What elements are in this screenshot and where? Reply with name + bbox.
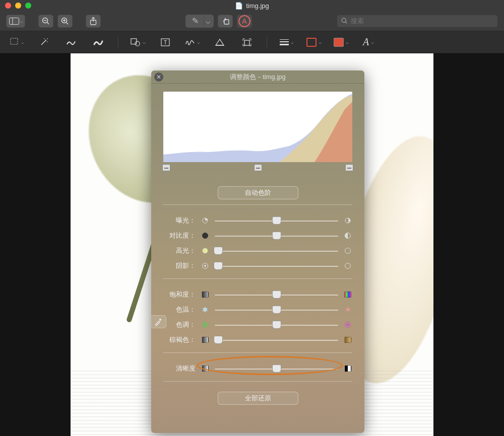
adjust-color-tool[interactable] <box>212 35 227 50</box>
svg-rect-14 <box>11 38 18 44</box>
sketch-icon <box>66 38 76 46</box>
text-tool[interactable]: T <box>158 35 173 50</box>
temperature-slider[interactable] <box>215 306 338 314</box>
exposure-high-icon <box>343 216 352 225</box>
line-style-tool[interactable]: ⌵ <box>279 35 294 50</box>
shapes-tool[interactable]: ⌵ <box>131 35 146 50</box>
slider-thumb[interactable] <box>214 262 223 270</box>
sepia-high-icon <box>343 335 352 344</box>
share-button[interactable] <box>86 15 101 28</box>
saturation-row: 饱和度： <box>163 287 352 302</box>
zoom-out-button[interactable] <box>38 15 53 28</box>
temperature-cold-icon: ✱ <box>201 305 210 314</box>
temperature-warm-icon: ☀ <box>343 305 352 314</box>
shadows-label: 阴影： <box>163 261 196 270</box>
adjust-color-icon <box>215 38 225 46</box>
contrast-low-icon <box>201 231 210 240</box>
border-color-swatch <box>306 38 317 47</box>
reset-all-button[interactable]: 全部还原 <box>218 392 298 405</box>
fill-color-tool[interactable]: ⌵ <box>334 35 349 50</box>
highlights-high-icon <box>343 246 352 255</box>
sharpness-low-icon <box>201 364 210 373</box>
saturation-low-icon <box>201 290 210 299</box>
temperature-label: 色温： <box>163 305 196 314</box>
adjust-size-tool[interactable] <box>239 35 255 50</box>
sharpness-row: 清晰度 <box>163 361 352 376</box>
search-field[interactable] <box>337 15 498 28</box>
sepia-row: 棕褐色： <box>163 332 352 347</box>
search-icon <box>341 18 348 24</box>
chevron-down-icon: ⌵ <box>20 19 23 24</box>
rotate-button[interactable] <box>218 15 233 28</box>
panel-titlebar[interactable]: ✕ 调整颜色－timg.jpg <box>151 70 364 84</box>
histogram <box>163 92 352 162</box>
sharpness-slider[interactable] <box>215 365 338 373</box>
window-title-text: timg.jpg <box>246 2 269 10</box>
sepia-label: 棕褐色： <box>163 335 196 344</box>
panel-close-button[interactable]: ✕ <box>154 72 163 82</box>
sharpness-high-icon <box>343 364 352 373</box>
slider-thumb[interactable] <box>214 336 223 344</box>
slider-thumb[interactable] <box>272 216 281 225</box>
tint-slider[interactable] <box>215 321 338 329</box>
border-color-tool[interactable]: ⌵ <box>306 35 322 50</box>
contrast-slider[interactable] <box>215 232 338 240</box>
zoom-in-icon <box>61 17 69 25</box>
shadows-slider[interactable] <box>215 262 338 270</box>
svg-rect-0 <box>9 18 19 24</box>
svg-line-17 <box>47 38 48 39</box>
instant-alpha-tool[interactable] <box>36 35 51 50</box>
fill-color-swatch <box>334 38 344 47</box>
chevron-down-icon[interactable]: ⌵ <box>204 16 212 27</box>
slider-thumb[interactable] <box>272 290 281 299</box>
sharpness-group: 清晰度 <box>151 358 364 376</box>
divider <box>163 381 352 382</box>
contrast-label: 对比度： <box>163 231 196 240</box>
sidebar-toggle-button[interactable]: ⌵ <box>6 15 25 28</box>
mid-point-handle[interactable] <box>254 164 262 171</box>
slider-thumb[interactable] <box>272 232 281 240</box>
adjust-color-panel: ✕ 调整颜色－timg.jpg 自动色阶 曝光： <box>151 70 364 433</box>
signature-icon <box>185 38 195 46</box>
saturation-slider[interactable] <box>215 290 338 299</box>
tint-green-icon <box>201 320 210 329</box>
white-point-handle[interactable] <box>345 164 353 171</box>
slider-thumb[interactable] <box>214 247 223 255</box>
eyedropper-button[interactable] <box>151 315 166 328</box>
shadows-high-icon <box>343 261 352 270</box>
sign-tool[interactable]: ⌵ <box>185 35 200 50</box>
chevron-down-icon: ⌵ <box>371 39 374 45</box>
chevron-down-icon: ⌵ <box>197 39 200 45</box>
auto-levels-button[interactable]: 自动色阶 <box>218 186 298 199</box>
text-style-tool[interactable]: A ⌵ <box>361 35 376 50</box>
svg-rect-20 <box>131 38 137 44</box>
search-input[interactable] <box>351 17 493 25</box>
highlights-slider[interactable] <box>215 247 338 255</box>
separator <box>118 36 118 48</box>
markup-annotate-button[interactable]: A <box>237 15 252 28</box>
slider-thumb[interactable] <box>272 365 281 373</box>
black-point-handle[interactable] <box>162 164 170 171</box>
draw-tool[interactable] <box>91 35 106 50</box>
saturation-high-icon <box>343 290 352 299</box>
svg-line-6 <box>67 22 69 24</box>
slider-thumb[interactable] <box>272 306 281 314</box>
highlights-row: 高光： <box>163 243 352 258</box>
main-toolbar: ⌵ ✎ ⌵ A <box>0 11 504 31</box>
sketch-tool[interactable] <box>64 35 79 50</box>
shadows-row: 阴影： <box>163 258 352 273</box>
eyedropper-icon <box>154 318 162 326</box>
slider-thumb[interactable] <box>272 321 281 329</box>
close-window-button[interactable] <box>5 3 11 9</box>
svg-line-3 <box>47 22 49 24</box>
markup-toggle-button[interactable]: ✎ ⌵ <box>185 15 214 28</box>
line-weight-icon <box>280 39 289 45</box>
svg-line-15 <box>41 40 46 45</box>
selection-tool[interactable]: ⌵ <box>9 35 24 50</box>
minimize-window-button[interactable] <box>15 3 21 9</box>
exposure-slider[interactable] <box>215 216 338 225</box>
zoom-window-button[interactable] <box>25 3 31 9</box>
zoom-in-button[interactable] <box>57 15 73 28</box>
contrast-high-icon <box>343 231 352 240</box>
sepia-slider[interactable] <box>215 336 338 344</box>
